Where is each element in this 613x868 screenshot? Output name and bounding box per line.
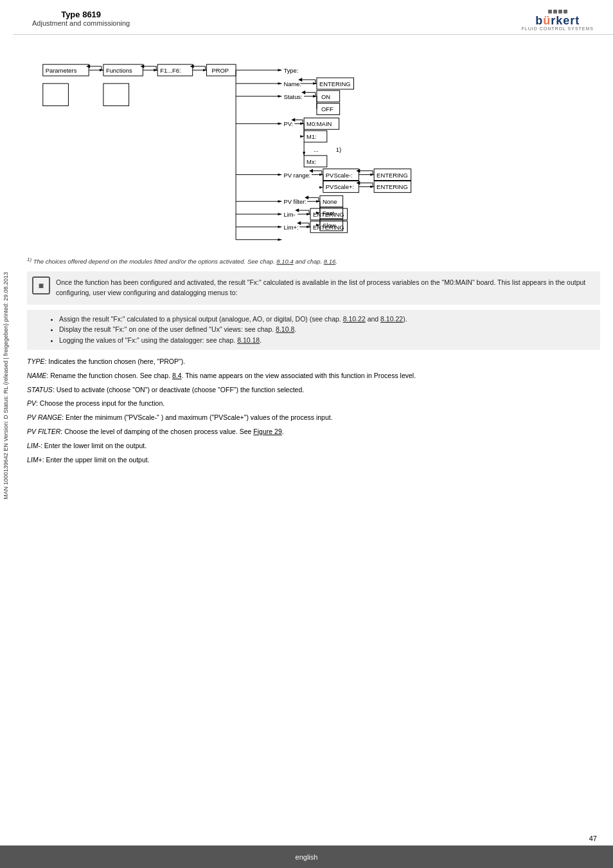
- logo-dot: [558, 10, 562, 14]
- svg-text:ENTERING: ENTERING: [377, 172, 408, 179]
- svg-marker-13: [140, 64, 144, 68]
- svg-text:PV:: PV:: [283, 120, 293, 127]
- diagram-area: Parameters Functions F1...F6:: [27, 48, 600, 247]
- footnote-ref2[interactable]: 8.16: [324, 258, 336, 265]
- svg-text:M0:MAIN: M0:MAIN: [306, 120, 332, 127]
- diagram-svg: Parameters Functions F1...F6:: [27, 48, 600, 247]
- desc-lim-plus: LIM+: Enter the upper limit on the outpu…: [27, 455, 600, 466]
- svg-text:...: ...: [314, 146, 319, 153]
- ref-8-10-22b[interactable]: 8.10.22: [380, 315, 403, 323]
- desc-type: TYPE: Indicates the function chosen (her…: [27, 356, 600, 367]
- svg-marker-7: [86, 64, 90, 68]
- svg-text:PV range:: PV range:: [283, 172, 310, 179]
- svg-text:Type:: Type:: [283, 67, 298, 74]
- svg-text:PVScale-:: PVScale-:: [326, 172, 353, 179]
- desc-pv: PV: Choose the process input for the fun…: [27, 398, 600, 409]
- svg-text:ON: ON: [321, 93, 330, 100]
- logo-dot: [548, 10, 552, 14]
- svg-text:PV filter:: PV filter:: [283, 198, 306, 205]
- logo-name: bürkert: [535, 15, 580, 26]
- svg-marker-113: [295, 208, 299, 212]
- ref-8-10-8[interactable]: 8.10.8: [276, 325, 294, 333]
- sidebar-label: MAN 1000139642 EN Version: D Status: RL …: [3, 272, 9, 500]
- page-title: Type 8619: [32, 10, 130, 19]
- header-left: Type 8619 Adjustment and commissioning: [32, 10, 130, 27]
- svg-text:Functions: Functions: [106, 67, 132, 74]
- footnote-ref1[interactable]: 8.10.4: [276, 258, 293, 265]
- desc-pv-filter: PV FILTER: Choose the level of damping o…: [27, 426, 600, 437]
- main-content: Parameters Functions F1...F6:: [14, 35, 613, 484]
- footnote: 1) The choices offered depend on the mod…: [27, 257, 600, 265]
- svg-text:F1...F6:: F1...F6:: [160, 67, 181, 74]
- svg-text:M1:: M1:: [306, 133, 317, 140]
- svg-text:ENTERING: ENTERING: [313, 224, 344, 231]
- desc-status: STATUS: Used to activate (choose "ON") o…: [27, 384, 600, 395]
- svg-text:Status:: Status:: [283, 93, 302, 100]
- sidebar-text: MAN 1000139642 EN Version: D Status: RL …: [0, 161, 12, 611]
- ref-8-4[interactable]: 8.4: [172, 372, 182, 379]
- logo-dot: [553, 10, 557, 14]
- bullet-item-2: Display the result "Fx:" on one of the u…: [59, 324, 591, 335]
- info-icon: ■: [32, 276, 50, 294]
- ref-8-10-22a[interactable]: 8.10.22: [343, 315, 366, 323]
- ref-8-10-18[interactable]: 8.10.18: [237, 336, 260, 344]
- desc-name: NAME: Rename the function chosen. See ch…: [27, 370, 600, 381]
- desc-lim-minus: LIM-: Enter the lower limit on the outpu…: [27, 440, 600, 451]
- logo-dot: [564, 10, 567, 14]
- info-box: ■ Once the function has been configured …: [27, 271, 600, 305]
- footer: english: [0, 845, 613, 868]
- bullet-item-1: Assign the result "Fx:" calculated to a …: [59, 314, 591, 325]
- footer-language: english: [296, 853, 318, 861]
- logo-subtitle: FLUID CONTROL SYSTEMS: [521, 26, 594, 31]
- svg-rect-128: [103, 84, 129, 106]
- svg-text:Name:: Name:: [283, 80, 301, 87]
- svg-text:ENTERING: ENTERING: [377, 183, 408, 190]
- svg-marker-19: [190, 64, 194, 68]
- svg-marker-87: [356, 181, 360, 185]
- bullet-list: Assign the result "Fx:" calculated to a …: [27, 310, 600, 350]
- ref-figure-29[interactable]: Figure 29: [253, 428, 281, 435]
- svg-text:OFF: OFF: [321, 105, 333, 113]
- svg-rect-127: [43, 84, 69, 106]
- burkert-logo: bürkert FLUID CONTROL SYSTEMS: [521, 10, 594, 31]
- page-number: 47: [589, 835, 597, 842]
- svg-text:1): 1): [336, 146, 341, 153]
- svg-marker-77: [356, 169, 360, 173]
- svg-text:None: None: [323, 198, 337, 205]
- svg-text:Parameters: Parameters: [46, 67, 77, 74]
- svg-text:Lim-: Lim-: [283, 211, 295, 218]
- svg-text:Mx:: Mx:: [306, 158, 316, 165]
- svg-text:PVScale+:: PVScale+:: [326, 183, 354, 190]
- svg-text:ENTERING: ENTERING: [313, 211, 344, 218]
- header: Type 8619 Adjustment and commissioning b…: [13, 0, 613, 35]
- svg-text:PROP: PROP: [211, 67, 229, 74]
- logo-dots: [548, 10, 567, 14]
- svg-text:ENTERING: ENTERING: [319, 80, 351, 87]
- info-box-text: Once the function has been configured an…: [56, 278, 591, 298]
- bullet-item-3: Logging the values of "Fx:" using the da…: [59, 335, 591, 346]
- page-subtitle: Adjustment and commissioning: [32, 19, 130, 27]
- desc-section: TYPE: Indicates the function chosen (her…: [27, 356, 600, 465]
- svg-text:Lim+:: Lim+:: [283, 224, 298, 231]
- desc-pv-range: PV RANGE: Enter the minimum ("PVScale-" …: [27, 412, 600, 423]
